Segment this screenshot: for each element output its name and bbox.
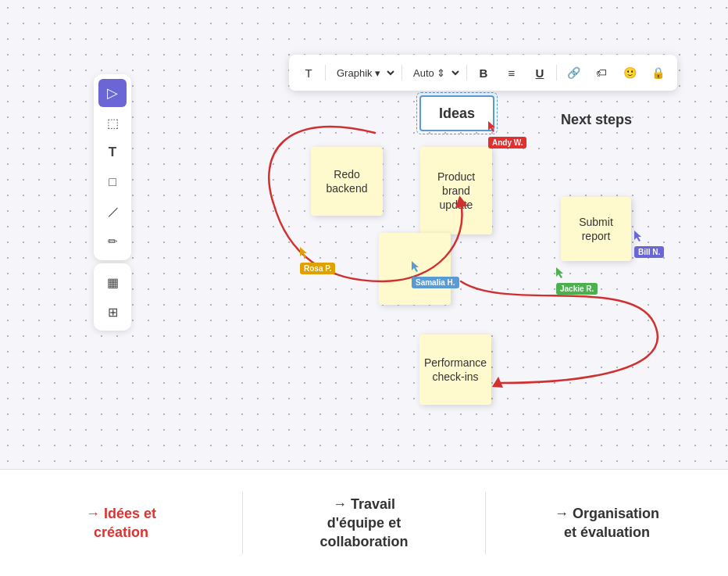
cursor-samalia-icon bbox=[412, 261, 421, 272]
font-size-select[interactable]: Auto ⇕ bbox=[407, 65, 462, 81]
toolbar-divider-3 bbox=[466, 65, 467, 80]
cursor-andy: Andy W. bbox=[488, 121, 498, 135]
bottom-item-org-text: → Organisationet évaluation bbox=[555, 504, 659, 542]
sticky-submit-report[interactable]: Submit report bbox=[561, 197, 631, 261]
toolbar-divider-4 bbox=[556, 65, 557, 80]
sticky-product-brand-text: Product brand update bbox=[428, 170, 484, 213]
pen-tool-button[interactable]: ✏ bbox=[98, 227, 127, 256]
cursor-rosa-label: Rosa P. bbox=[300, 263, 335, 274]
cursor-bill-icon bbox=[634, 231, 644, 241]
cursor-jackie-label: Jackie R. bbox=[556, 283, 598, 295]
align-icon: ≡ bbox=[509, 66, 516, 80]
sticky-redo-backend[interactable]: Redo backend bbox=[311, 147, 383, 216]
ideas-node[interactable]: Ideas bbox=[419, 95, 494, 131]
svg-marker-6 bbox=[556, 267, 563, 278]
cursor-bill-label: Bill N. bbox=[634, 246, 664, 258]
layout-button[interactable]: ▦ bbox=[98, 268, 127, 296]
cursor-jackie-icon bbox=[556, 267, 566, 278]
sticky-product-brand[interactable]: Product brand update bbox=[420, 147, 492, 234]
shape-tool-button[interactable]: □ bbox=[98, 168, 127, 196]
bold-icon: B bbox=[480, 66, 488, 80]
tag-icon: 🏷 bbox=[596, 66, 607, 79]
underline-icon: U bbox=[536, 66, 544, 80]
emoji-button[interactable]: 🙂 bbox=[618, 61, 641, 84]
underline-button[interactable]: U bbox=[528, 61, 551, 84]
sidebar-tools-group: ▷ ⬚ T □ — ✏ bbox=[94, 74, 131, 260]
arrow-team: → bbox=[333, 496, 351, 512]
org-eval-text: Organisationet évaluation bbox=[564, 506, 659, 540]
cursor-rosa-icon bbox=[300, 247, 309, 258]
sticky-performance-text: Performance check-ins bbox=[424, 356, 487, 384]
bottom-section: → Idées etcréation → Travaild'équipe etc… bbox=[0, 469, 728, 576]
svg-marker-3 bbox=[300, 247, 307, 258]
svg-marker-2 bbox=[488, 121, 495, 132]
lock-icon: 🔒 bbox=[651, 66, 665, 79]
sticky-redo-backend-text: Redo backend bbox=[319, 167, 375, 195]
bottom-item-org[interactable]: → Organisationet évaluation bbox=[486, 488, 728, 558]
layout-icon: ▦ bbox=[107, 275, 119, 290]
frame-icon: ⬚ bbox=[107, 116, 119, 131]
tag-button[interactable]: 🏷 bbox=[590, 61, 613, 84]
text-tool-button[interactable]: T bbox=[98, 138, 127, 166]
emoji-icon: 🙂 bbox=[623, 66, 637, 79]
select-tool-button[interactable]: ▷ bbox=[98, 79, 127, 107]
toolbar: T Graphik ▾ Auto ⇕ B ≡ U 🔗 🏷 🙂 🔒 bbox=[289, 55, 677, 91]
arrow-ideas: → bbox=[86, 506, 104, 521]
svg-marker-5 bbox=[634, 231, 641, 241]
next-steps-label: Next steps bbox=[561, 112, 632, 128]
font-type-icon: T bbox=[305, 66, 312, 80]
cursor-andy-label: Andy W. bbox=[488, 137, 526, 148]
lock-button[interactable]: 🔒 bbox=[646, 61, 669, 84]
align-button[interactable]: ≡ bbox=[500, 61, 523, 84]
font-family-select[interactable]: Graphik ▾ bbox=[330, 65, 397, 81]
grid-button[interactable]: ⊞ bbox=[98, 298, 127, 326]
bottom-item-ideas-text: → Idées etcréation bbox=[86, 504, 156, 542]
sticky-performance[interactable]: Performance check-ins bbox=[419, 335, 491, 405]
toolbar-divider-1 bbox=[325, 65, 326, 80]
bold-button[interactable]: B bbox=[472, 61, 495, 84]
font-type-button[interactable]: T bbox=[297, 61, 320, 84]
bottom-item-team[interactable]: → Travaild'équipe etcollaboration bbox=[243, 479, 485, 567]
arrow-org: → bbox=[555, 506, 573, 521]
grid-icon: ⊞ bbox=[108, 305, 118, 320]
line-tool-button[interactable]: — bbox=[98, 198, 127, 226]
cursor-samalia: Samalia H. bbox=[412, 261, 421, 275]
link-icon: 🔗 bbox=[567, 66, 580, 79]
link-button[interactable]: 🔗 bbox=[562, 61, 585, 84]
line-icon: — bbox=[103, 202, 122, 221]
bottom-item-team-text: → Travaild'équipe etcollaboration bbox=[319, 495, 408, 552]
pen-icon: ✏ bbox=[108, 234, 118, 249]
frame-tool-button[interactable]: ⬚ bbox=[98, 109, 127, 137]
cursor-jackie: Jackie R. bbox=[556, 267, 566, 281]
cursor-rosa: Rosa P. bbox=[300, 247, 309, 261]
sticky-submit-report-text: Submit report bbox=[569, 215, 623, 243]
select-icon: ▷ bbox=[107, 84, 118, 102]
sidebar: ▷ ⬚ T □ — ✏ ▦ ⊞ bbox=[94, 74, 131, 331]
text-icon: T bbox=[109, 145, 116, 160]
bottom-item-ideas[interactable]: → Idées etcréation bbox=[0, 488, 242, 558]
ideas-label: Ideas bbox=[439, 106, 475, 122]
cursor-samalia-label: Samalia H. bbox=[412, 277, 459, 288]
cursor-bill: Bill N. bbox=[634, 231, 644, 245]
shape-icon: □ bbox=[109, 175, 116, 189]
toolbar-divider-2 bbox=[401, 65, 402, 80]
cursor-andy-icon bbox=[488, 121, 498, 132]
svg-marker-4 bbox=[412, 261, 419, 272]
sidebar-layout-group: ▦ ⊞ bbox=[94, 263, 131, 331]
